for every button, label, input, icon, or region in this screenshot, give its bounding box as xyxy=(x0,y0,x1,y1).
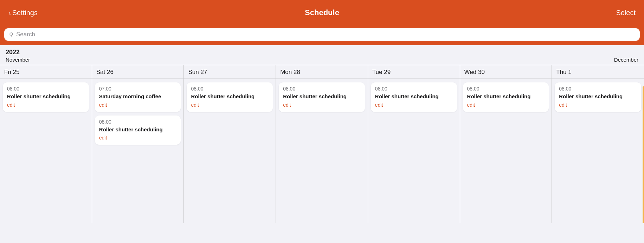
event-edit-button[interactable]: edit xyxy=(283,102,361,108)
event-title: Roller shutter scheduling xyxy=(375,93,453,100)
app-header: ‹ Settings Schedule Select xyxy=(0,0,644,25)
event-time: 08:00 xyxy=(7,86,85,92)
event-card: 07:00Saturday morning coffeeedit xyxy=(95,82,181,112)
day-events-0: 08:00Roller shutter schedulingedit xyxy=(0,79,92,223)
day-events-5: 08:00Roller shutter schedulingedit xyxy=(460,79,552,223)
event-edit-button[interactable]: edit xyxy=(559,102,637,108)
day-header-1: Sat 26 xyxy=(92,65,184,79)
event-title: Roller shutter scheduling xyxy=(467,93,545,100)
event-title: Saturday morning coffee xyxy=(99,93,177,100)
event-time: 08:00 xyxy=(467,86,545,92)
day-header-0: Fri 25 xyxy=(0,65,92,79)
search-icon: ⚲ xyxy=(9,31,13,38)
select-button[interactable]: Select xyxy=(616,9,636,17)
day-column-fri-25: Fri 2508:00Roller shutter schedulingedit xyxy=(0,65,92,223)
event-title: Roller shutter scheduling xyxy=(99,126,177,133)
event-time: 08:00 xyxy=(191,86,269,92)
event-time: 08:00 xyxy=(99,119,177,125)
event-edit-button[interactable]: edit xyxy=(191,102,269,108)
day-header-6: Thu 1 xyxy=(552,65,644,79)
event-card: 08:00Roller shutter schedulingedit xyxy=(555,82,641,112)
event-card: 08:00Roller shutter schedulingedit xyxy=(3,82,89,112)
event-card: 08:00Roller shutter schedulingedit xyxy=(279,82,365,112)
back-label[interactable]: Settings xyxy=(12,9,38,17)
month-left-label: November xyxy=(6,57,30,63)
event-time: 08:00 xyxy=(375,86,453,92)
day-column-tue-29: Tue 2908:00Roller shutter schedulingedit xyxy=(368,65,460,223)
scroll-accent xyxy=(643,86,644,223)
event-edit-button[interactable]: edit xyxy=(99,135,177,141)
chevron-left-icon: ‹ xyxy=(8,9,11,17)
day-header-4: Tue 29 xyxy=(368,65,460,79)
search-wrapper: ⚲ xyxy=(4,28,640,41)
day-column-sun-27: Sun 2708:00Roller shutter schedulingedit xyxy=(184,65,276,223)
event-edit-button[interactable]: edit xyxy=(99,102,177,108)
event-title: Roller shutter scheduling xyxy=(191,93,269,100)
back-button[interactable]: ‹ Settings xyxy=(8,9,38,17)
day-header-3: Mon 28 xyxy=(276,65,368,79)
day-events-2: 08:00Roller shutter schedulingedit xyxy=(184,79,276,223)
day-events-4: 08:00Roller shutter schedulingedit xyxy=(368,79,460,223)
event-time: 08:00 xyxy=(283,86,361,92)
calendar-grid: Fri 2508:00Roller shutter schedulingedit… xyxy=(0,65,644,223)
page-title: Schedule xyxy=(305,8,339,17)
search-bar-container: ⚲ xyxy=(0,25,644,45)
event-title: Roller shutter scheduling xyxy=(7,93,85,100)
day-column-mon-28: Mon 2808:00Roller shutter schedulingedit xyxy=(276,65,368,223)
event-time: 07:00 xyxy=(99,86,177,92)
event-card: 08:00Roller shutter schedulingedit xyxy=(187,82,273,112)
day-header-2: Sun 27 xyxy=(184,65,276,79)
event-edit-button[interactable]: edit xyxy=(7,102,85,108)
day-column-thu-1: Thu 108:00Roller shutter schedulingedit xyxy=(552,65,644,223)
day-column-sat-26: Sat 2607:00Saturday morning coffeeedit08… xyxy=(92,65,184,223)
search-input[interactable] xyxy=(16,31,635,38)
event-title: Roller shutter scheduling xyxy=(559,93,637,100)
day-column-wed-30: Wed 3008:00Roller shutter schedulingedit xyxy=(460,65,552,223)
month-row: November December xyxy=(0,57,644,65)
year-label: 2022 xyxy=(0,45,644,57)
day-header-5: Wed 30 xyxy=(460,65,552,79)
month-right-label: December xyxy=(614,57,638,63)
event-card: 08:00Roller shutter schedulingedit xyxy=(371,82,457,112)
event-time: 08:00 xyxy=(559,86,637,92)
day-events-3: 08:00Roller shutter schedulingedit xyxy=(276,79,368,223)
event-card: 08:00Roller shutter schedulingedit xyxy=(463,82,549,112)
event-card: 08:00Roller shutter schedulingedit xyxy=(95,116,181,145)
event-title: Roller shutter scheduling xyxy=(283,93,361,100)
day-events-1: 07:00Saturday morning coffeeedit08:00Rol… xyxy=(92,79,184,223)
event-edit-button[interactable]: edit xyxy=(467,102,545,108)
day-events-6: 08:00Roller shutter schedulingedit xyxy=(552,79,644,223)
event-edit-button[interactable]: edit xyxy=(375,102,453,108)
